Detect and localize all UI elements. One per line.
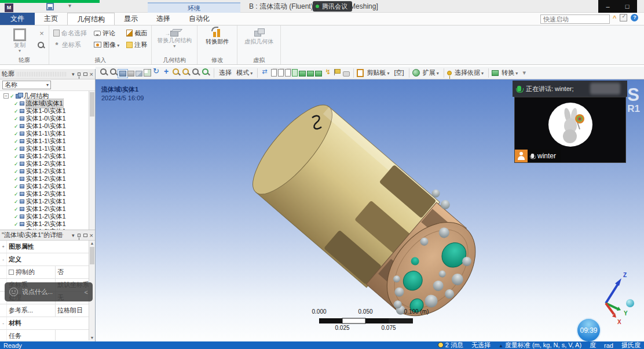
clipboard-icon[interactable] <box>357 69 364 77</box>
tree-item[interactable]: ✓实体1-2\实体1 <box>0 228 95 230</box>
meeting-chat-overlay[interactable]: 说点什么... < <box>5 282 93 301</box>
tab-display[interactable]: 显示 <box>115 13 147 25</box>
convert-dropdown[interactable]: 转换 <box>502 68 518 77</box>
context-tab-environment[interactable]: 环境 <box>148 2 240 13</box>
rotate-icon[interactable] <box>152 68 161 77</box>
stamp-icon[interactable] <box>343 71 350 77</box>
bolt-icon[interactable] <box>323 68 332 77</box>
status-angle-unit[interactable]: 度 <box>590 341 596 349</box>
details-property-row[interactable]: 抑制的否 <box>0 266 95 279</box>
extend-dropdown[interactable]: 扩展 <box>423 68 439 77</box>
cube-gray-icon[interactable] <box>127 71 134 77</box>
convert-part-button[interactable]: 转换部件 <box>200 27 235 46</box>
minimize-button[interactable]: – <box>606 3 610 10</box>
details-section-row[interactable]: -定义 <box>0 253 95 266</box>
ribbon-collapse-icon[interactable]: ^ <box>613 14 616 21</box>
meeting-video-tile[interactable]: winter <box>514 97 626 163</box>
chat-collapse-icon[interactable]: < <box>85 289 88 296</box>
zoom-out-icon[interactable] <box>109 68 118 77</box>
select-label[interactable]: 选择 <box>219 68 232 77</box>
meeting-chip[interactable]: 腾讯会议 <box>313 1 352 12</box>
outline-pin-icon[interactable] <box>78 72 80 76</box>
green-cube-icon[interactable] <box>307 71 314 77</box>
meeting-time-badge[interactable]: 09:39 <box>576 318 601 343</box>
mag-plus-icon[interactable] <box>182 68 191 77</box>
mag-gray-icon[interactable] <box>192 68 200 77</box>
copy-sheet-icon[interactable] <box>278 69 284 77</box>
convert-icon[interactable] <box>492 70 499 76</box>
mag-green-icon[interactable] <box>202 68 210 77</box>
tab-selection[interactable]: 选择 <box>147 13 180 25</box>
status-rad-unit[interactable]: rad <box>604 342 613 349</box>
details-section-row[interactable]: -材料 <box>0 317 95 330</box>
status-messages[interactable]: 2 消息 <box>438 341 463 349</box>
quick-access-caret-icon[interactable]: ▾ <box>68 2 71 9</box>
quick-launch-input[interactable] <box>540 14 610 24</box>
checkbox[interactable] <box>9 270 14 275</box>
image-button[interactable]: 图像 <box>92 39 121 50</box>
expand-icon[interactable]: + <box>0 241 7 253</box>
paste-structure-icon[interactable] <box>144 69 151 77</box>
clipboard-dropdown[interactable]: 剪贴板 <box>367 68 389 77</box>
copy-sheet-icon[interactable] <box>271 69 277 77</box>
app-icon[interactable]: M <box>5 3 13 12</box>
restore-button[interactable]: □ <box>625 3 630 10</box>
tab-home[interactable]: 主页 <box>35 13 67 25</box>
grid-arrows-icon[interactable] <box>261 68 270 77</box>
replace-geometry-button[interactable]: 替换几何结构▾ <box>154 27 195 48</box>
tab-automation[interactable]: 自动化 <box>180 13 219 25</box>
cube-solid-icon[interactable] <box>119 71 126 77</box>
details-close-icon[interactable]: × <box>90 232 93 239</box>
outline-close-icon[interactable]: × <box>90 71 93 78</box>
tab-geometry[interactable]: 几何结构 <box>67 13 115 25</box>
name-filter-dropdown[interactable]: 名称▾ <box>2 81 51 89</box>
collapse-icon[interactable]: − <box>3 93 9 99</box>
details-section-row[interactable]: +图形属性 <box>0 241 95 253</box>
options-icon[interactable] <box>620 14 627 21</box>
status-units[interactable]: ▲度量标准 (m, kg, N, s, V, A) <box>499 341 581 349</box>
graphics-toolbar: 选择 模式 剪贴板 [空] 扩展 选择依据 转换 ▾ <box>96 67 644 79</box>
section-plane-button[interactable]: 截面 <box>125 27 149 39</box>
coordinate-system-button[interactable]: *坐标系 <box>52 39 89 50</box>
details-menu-caret-icon[interactable]: ▾ <box>72 232 75 238</box>
zoom-in-icon[interactable] <box>100 68 108 77</box>
comment-button[interactable]: 评论 <box>92 27 121 39</box>
save-icon[interactable] <box>46 3 54 10</box>
search-icon[interactable] <box>37 41 45 49</box>
details-property-row[interactable]: 任务 <box>0 330 95 340</box>
details-pin-icon[interactable] <box>78 234 80 237</box>
extend-icon[interactable] <box>412 69 420 77</box>
details-property-row[interactable]: 参考系...拉格朗日 <box>0 304 95 317</box>
tab-file[interactable]: 文件 <box>0 13 35 25</box>
pan-icon[interactable] <box>162 68 171 77</box>
toolbar-overflow-caret[interactable]: ▾ <box>522 69 526 77</box>
named-selection-button[interactable]: 命名选择 <box>52 27 89 39</box>
details-maximize-icon[interactable] <box>83 234 87 237</box>
mag-gold-icon[interactable] <box>172 68 181 77</box>
copy-button[interactable]: 复制▾ <box>2 27 37 53</box>
delete-icon[interactable]: × <box>37 29 46 38</box>
green-sheet-icon[interactable] <box>292 69 298 77</box>
virtual-body-button[interactable]: 虚拟几何体 <box>240 27 278 46</box>
green-cube-icon[interactable] <box>299 71 306 77</box>
expand-icon[interactable]: - <box>0 317 7 329</box>
copy-sheet-icon[interactable] <box>285 69 291 77</box>
emoji-icon[interactable] <box>9 288 18 296</box>
meeting-speaking-bar[interactable]: 正在讲话: winter; <box>513 81 627 97</box>
select-by-dropdown[interactable]: 选择依据 <box>455 68 484 77</box>
convert-part-icon <box>213 28 222 38</box>
check-icon: ✓ <box>14 221 19 227</box>
chat-input-placeholder[interactable]: 说点什么... <box>22 288 80 296</box>
outline-maximize-icon[interactable] <box>83 72 87 76</box>
green-cube-icon[interactable] <box>315 71 322 77</box>
select-by-icon[interactable] <box>447 71 452 75</box>
outline-menu-caret-icon[interactable]: ▾ <box>72 71 75 77</box>
flag-icon[interactable] <box>333 68 342 77</box>
mode-dropdown[interactable]: 模式 <box>236 68 253 77</box>
annotation-button[interactable]: 注释 <box>125 39 149 50</box>
help-icon[interactable]: ? <box>631 14 638 21</box>
expand-icon[interactable]: - <box>0 253 7 266</box>
status-temp-unit[interactable]: 摄氏度 <box>621 341 641 349</box>
cube-iso-icon[interactable] <box>136 71 142 77</box>
tree-scrollbar[interactable] <box>89 91 95 230</box>
